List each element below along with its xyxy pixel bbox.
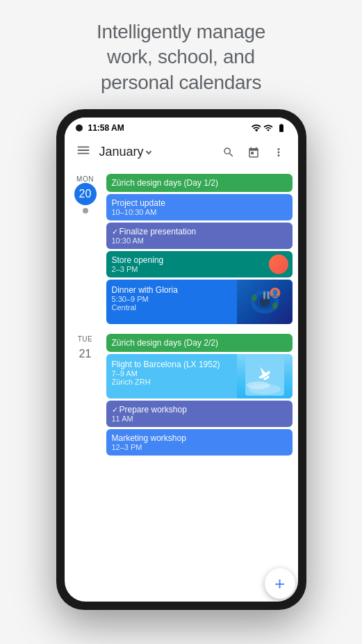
calendar-content: MON 20 Zürich design days (Day 1/2) Proj… (65, 168, 298, 602)
toolbar: January (65, 136, 298, 168)
event-time: 2–3 PM (112, 265, 265, 273)
event-time: 11 AM (112, 414, 287, 423)
events-monday: Zürich design days (Day 1/2) Project upd… (106, 174, 293, 324)
event-prepare-workshop[interactable]: ✓Prepare workshop 11 AM (106, 401, 293, 427)
avatar (269, 255, 288, 274)
svg-rect-5 (263, 291, 265, 299)
calendar-view-button[interactable] (242, 141, 265, 163)
event-marketing-workshop[interactable]: Marketing workshop 12–3 PM (106, 429, 293, 456)
phone-shell: 11:58 AM (56, 109, 306, 610)
battery-icon (276, 123, 287, 133)
status-icons (251, 123, 287, 133)
event-title: Project update (112, 198, 287, 208)
month-title[interactable]: January (99, 145, 212, 159)
event-flight-barcelona[interactable]: Flight to Barcelona (LX 1952) 7–9 AM Zür… (106, 354, 293, 399)
event-store-opening[interactable]: Store opening 2–3 PM (106, 251, 293, 277)
wifi-icon (251, 123, 261, 133)
event-finalize-presentation[interactable]: ✓Finalize presentation 10:30 AM (106, 223, 293, 249)
more-button[interactable] (268, 141, 290, 163)
event-title: ✓Finalize presentation (112, 227, 287, 236)
day-number-20: 20 (74, 183, 97, 205)
check-icon: ✓ (112, 227, 118, 236)
event-title: Zürich design days (Day 1/2) (112, 178, 287, 188)
svg-point-3 (252, 295, 256, 301)
status-left: 11:58 AM (76, 123, 124, 133)
flight-image (237, 354, 293, 399)
hero-text: Intelligently manage work, school, and p… (69, 0, 293, 109)
toolbar-actions (217, 141, 290, 163)
events-tuesday: Zürich design days (Day 2/2) Flight to B… (106, 334, 293, 456)
day-number-21: 21 (74, 343, 97, 365)
camera-icon (76, 124, 83, 131)
event-title: Store opening (112, 255, 265, 265)
event-title: Zürich design days (Day 2/2) (112, 338, 287, 348)
status-time: 11:58 AM (88, 123, 124, 133)
day-row-tuesday: TUE 21 Zürich design days (Day 2/2) Flig… (65, 331, 298, 458)
day-label-monday: MON 20 (70, 174, 101, 324)
event-time: 12–3 PM (112, 443, 287, 451)
status-bar: 11:58 AM (65, 118, 298, 136)
phone-screen: 11:58 AM (65, 118, 298, 602)
day-name-tue: TUE (78, 335, 93, 343)
svg-point-11 (246, 382, 270, 389)
fab-button[interactable]: + (265, 568, 295, 599)
month-chevron (145, 148, 151, 154)
event-zurich-day2[interactable]: Zürich design days (Day 2/2) (106, 334, 293, 352)
svg-text:👤: 👤 (270, 289, 279, 298)
event-project-update[interactable]: Project update 10–10:30 AM (106, 194, 293, 220)
svg-rect-6 (267, 291, 269, 299)
dinner-image: 👤 (237, 280, 293, 324)
day-label-tuesday: TUE 21 (70, 334, 101, 456)
event-title: Marketing workshop (112, 433, 287, 443)
day-name-mon: MON (76, 175, 94, 183)
day-row-monday: MON 20 Zürich design days (Day 1/2) Proj… (65, 171, 298, 327)
event-time: 10:30 AM (112, 236, 287, 245)
signal-icon (263, 123, 273, 133)
check-icon: ✓ (112, 405, 118, 414)
event-title: ✓Prepare workshop (112, 405, 287, 414)
search-button[interactable] (217, 141, 240, 163)
timeline-dot (83, 208, 88, 214)
menu-button[interactable] (73, 140, 94, 164)
event-time: 10–10:30 AM (112, 208, 287, 216)
event-dinner-gloria[interactable]: Dinner with Gloria 5:30–9 PM Central (106, 280, 293, 324)
svg-point-4 (272, 303, 277, 309)
event-zurich-day1[interactable]: Zürich design days (Day 1/2) (106, 174, 293, 192)
